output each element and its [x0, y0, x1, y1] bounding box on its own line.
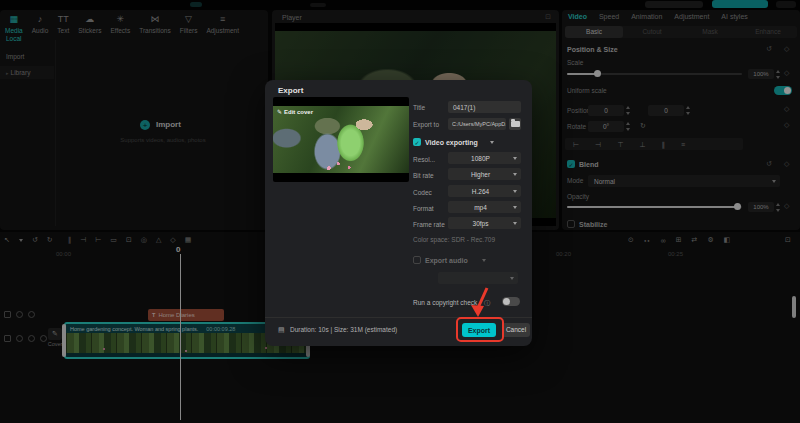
dialog-title: Export — [278, 87, 303, 95]
bitrate-label: Bit rate — [413, 172, 434, 179]
format-dropdown[interactable]: mp4 — [448, 201, 521, 213]
bitrate-caret-icon — [513, 173, 517, 176]
cover-preview: ✎ Edit cover — [273, 97, 409, 182]
video-exporting-label: Video exporting — [425, 139, 478, 146]
annotation-highlight-box — [456, 317, 504, 342]
format-caret-icon — [513, 206, 517, 209]
framerate-dropdown[interactable]: 30fps — [448, 217, 521, 229]
title-field[interactable]: 0417(1) — [448, 101, 521, 113]
duration-info: Duration: 10s | Size: 31M (estimated) — [290, 327, 397, 334]
export-audio-caret-icon — [482, 259, 486, 262]
capcut-app-window: ▦ Media ♪ Audio TT Text ☁ Stickers ✳ Eff… — [0, 0, 800, 423]
color-space-note: Color space: SDR - Rec.709 — [413, 236, 495, 243]
video-exporting-checkbox[interactable]: ✓ — [413, 138, 421, 146]
resolution-caret-icon — [513, 157, 517, 160]
edit-cover-label: Edit cover — [284, 109, 313, 115]
bitrate-dropdown[interactable]: Higher — [448, 168, 521, 180]
folder-icon — [511, 121, 520, 127]
export-audio-checkbox[interactable] — [413, 256, 421, 264]
export-audio-label: Export audio — [425, 257, 468, 264]
duration-disk-icon: ▤ — [278, 326, 285, 334]
title-label: Title — [413, 104, 425, 111]
cover-preview-image — [273, 106, 409, 173]
edit-cover-pencil-icon: ✎ — [277, 108, 282, 115]
export-to-label: Export to — [413, 121, 439, 128]
audio-format-caret-icon — [510, 277, 514, 280]
codec-caret-icon — [513, 190, 517, 193]
audio-format-dropdown-disabled — [438, 272, 518, 284]
browse-folder-button[interactable] — [509, 118, 521, 130]
format-label: Format — [413, 205, 434, 212]
codec-label: Codec — [413, 189, 432, 196]
resolution-dropdown[interactable]: 1080P — [448, 152, 521, 164]
export-to-field[interactable]: C:/Users/MyPC/AppD... — [448, 118, 506, 130]
edit-cover-button[interactable]: ✎ Edit cover — [277, 108, 313, 115]
codec-dropdown[interactable]: H.264 — [448, 185, 521, 197]
framerate-caret-icon — [513, 222, 517, 225]
video-exporting-caret-icon[interactable] — [490, 141, 494, 144]
copyright-toggle[interactable] — [502, 297, 520, 306]
framerate-label: Frame rate — [413, 221, 445, 228]
annotation-arrow — [463, 286, 493, 318]
cancel-button[interactable]: Cancel — [502, 323, 530, 337]
resolution-label: Resol... — [413, 156, 435, 163]
